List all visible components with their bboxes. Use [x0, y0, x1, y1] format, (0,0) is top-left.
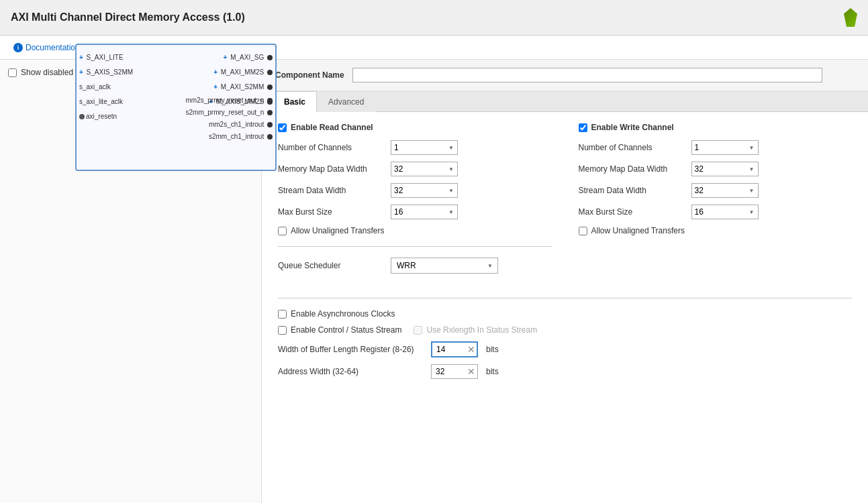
write-channels-row: Number of Channels 124816 [579, 140, 853, 155]
port-m-axi-s2mm: + M_AXI_S2MM [209, 80, 273, 95]
read-channel-col: Enable Read Channel Number of Channels 1… [278, 123, 552, 282]
tab-advanced[interactable]: Advanced [317, 91, 375, 112]
read-unaligned-row: Allow Unaligned Transfers [278, 226, 552, 235]
info-icon: i [13, 43, 23, 52]
write-burst-label: Max Burst Size [579, 207, 686, 217]
read-channels-row: Number of Channels 124816 [278, 140, 552, 155]
write-stream-width-select-wrapper: 3264128 [691, 183, 759, 198]
read-mm-width-select[interactable]: 3264128 [391, 162, 458, 176]
write-burst-select[interactable]: 2481632 [691, 205, 759, 219]
async-clocks-row: Enable Asynchronous Clocks [278, 309, 852, 319]
write-channels-select[interactable]: 124816 [691, 140, 759, 155]
documentation-button[interactable]: i Documentation [11, 42, 83, 54]
address-width-clear-icon[interactable]: ✕ [467, 367, 475, 376]
read-unaligned-checkbox[interactable] [278, 227, 287, 235]
port-s-axi-lite-aclk: s_axi_lite_aclk [79, 95, 133, 109]
write-burst-select-wrapper: 2481632 [691, 205, 759, 219]
read-mm-width-select-wrapper: 3264128 [391, 162, 458, 176]
enable-write-label: Enable Write Channel [591, 123, 674, 132]
write-mm-width-select[interactable]: 3264128 [691, 162, 759, 176]
control-status-checkbox[interactable] [278, 326, 287, 335]
tab-bar: Basic Advanced [262, 91, 868, 112]
read-channel-header: Enable Read Channel [278, 123, 552, 132]
control-status-row: Enable Control / Status Stream Use Rxlen… [278, 325, 852, 335]
tab-content-basic: Enable Read Channel Number of Channels 1… [262, 112, 868, 396]
write-channel-header: Enable Write Channel [579, 123, 853, 132]
read-burst-label: Max Burst Size [278, 207, 385, 217]
read-stream-width-label: Stream Data Width [278, 186, 385, 195]
address-width-label: Address Width (32-64) [278, 367, 426, 376]
buffer-length-clear-icon[interactable]: ✕ [467, 345, 475, 354]
read-burst-row: Max Burst Size 2481632 [278, 205, 552, 219]
read-stream-width-select[interactable]: 3264128 [391, 183, 458, 198]
component-name-row: Component Name axi_mcdma_0 [262, 60, 868, 91]
write-channel-col: Enable Write Channel Number of Channels … [579, 123, 853, 282]
title-bar: AXI Multi Channel Direct Memory Access (… [0, 0, 868, 36]
port-s2mm-reset: s2mm_prmry_reset_out_n [186, 107, 273, 119]
xilinx-logo [844, 8, 857, 27]
two-col-channels: Enable Read Channel Number of Channels 1… [278, 123, 852, 282]
port-s-axis-s2mm: + S_AXIS_S2MM [79, 65, 133, 80]
bottom-section: Enable Asynchronous Clocks Enable Contro… [278, 309, 852, 379]
address-width-row: Address Width (32-64) ✕ bits [278, 364, 852, 379]
main-layout: Show disabled ports + M_AXI_SG + M_AXI_M… [0, 60, 868, 503]
buffer-length-bits-label: bits [486, 345, 499, 354]
read-stream-width-row: Stream Data Width 3264128 [278, 183, 552, 198]
port-m-axi-sg: + M_AXI_SG [209, 50, 273, 65]
write-unaligned-label: Allow Unaligned Transfers [591, 226, 685, 235]
port-axi-resetn: axi_resetn [79, 109, 133, 124]
write-mm-width-label: Memory Map Data Width [579, 164, 686, 174]
buffer-length-input-wrapper: ✕ [431, 341, 478, 357]
queue-scheduler-select-wrapper: WRR Round Robin Fixed Priority [391, 258, 498, 274]
queue-scheduler-select[interactable]: WRR Round Robin Fixed Priority [391, 258, 498, 274]
address-width-input-wrapper: ✕ [431, 364, 478, 379]
component-name-label: Component Name [275, 70, 344, 80]
read-stream-width-select-wrapper: 3264128 [391, 183, 458, 198]
queue-scheduler-label: Queue Scheduler [278, 261, 385, 270]
show-disabled-checkbox[interactable] [8, 68, 17, 77]
read-channels-label: Number of Channels [278, 143, 385, 152]
address-width-bits-label: bits [486, 367, 499, 376]
left-panel: Show disabled ports + M_AXI_SG + M_AXI_M… [0, 60, 262, 503]
right-panel: Component Name axi_mcdma_0 Basic Advance… [262, 60, 868, 503]
write-stream-width-label: Stream Data Width [579, 186, 686, 195]
block-diagram: + M_AXI_SG + M_AXI_MM2S + M_AXI_S2MM + M… [75, 44, 277, 171]
buffer-length-row: Width of Buffer Length Register (8-26) ✕… [278, 341, 852, 357]
write-burst-row: Max Burst Size 2481632 [579, 205, 853, 219]
write-mm-width-row: Memory Map Data Width 3264128 [579, 162, 853, 176]
write-unaligned-row: Allow Unaligned Transfers [579, 226, 853, 235]
write-mm-width-select-wrapper: 3264128 [691, 162, 759, 176]
queue-scheduler-row: Queue Scheduler WRR Round Robin Fixed Pr… [278, 258, 552, 274]
control-status-label: Enable Control / Status Stream [291, 325, 401, 335]
rxlength-checkbox[interactable] [414, 326, 422, 335]
read-burst-select-wrapper: 2481632 [391, 205, 458, 219]
buffer-length-label: Width of Buffer Length Register (8-26) [278, 345, 426, 354]
port-mm2s-reset: mm2s_prmry_reset_out_n [186, 95, 273, 107]
port-mm2s-introut: mm2s_ch1_introut [186, 119, 273, 131]
enable-read-checkbox[interactable] [278, 123, 287, 132]
port-s2mm-introut: s2mm_ch1_introut [186, 131, 273, 143]
write-channels-label: Number of Channels [579, 143, 686, 152]
write-stream-width-select[interactable]: 3264128 [691, 183, 759, 198]
async-clocks-label: Enable Asynchronous Clocks [291, 309, 395, 319]
write-stream-width-row: Stream Data Width 3264128 [579, 183, 853, 198]
enable-write-checkbox[interactable] [579, 123, 587, 132]
read-channels-select[interactable]: 124816 [391, 140, 458, 155]
tab-basic[interactable]: Basic [273, 91, 317, 112]
component-name-input[interactable]: axi_mcdma_0 [352, 68, 822, 82]
read-mm-width-label: Memory Map Data Width [278, 164, 385, 174]
write-channels-select-wrapper: 124816 [691, 140, 759, 155]
rxlength-label: Use Rxlength In Status Stream [426, 325, 537, 335]
port-s-axi-lite: + S_AXI_LITE [79, 50, 133, 65]
page-title: AXI Multi Channel Direct Memory Access (… [11, 11, 245, 23]
read-burst-select[interactable]: 2481632 [391, 205, 458, 219]
enable-read-label: Enable Read Channel [291, 123, 373, 132]
async-clocks-checkbox[interactable] [278, 310, 287, 319]
read-unaligned-label: Allow Unaligned Transfers [291, 226, 384, 235]
port-s-axi-aclk: s_axi_aclk [79, 80, 133, 95]
read-channels-select-wrapper: 124816 [391, 140, 458, 155]
write-unaligned-checkbox[interactable] [579, 227, 587, 235]
port-m-axi-mm2s: + M_AXI_MM2S [209, 65, 273, 80]
read-mm-width-row: Memory Map Data Width 3264128 [278, 162, 552, 176]
